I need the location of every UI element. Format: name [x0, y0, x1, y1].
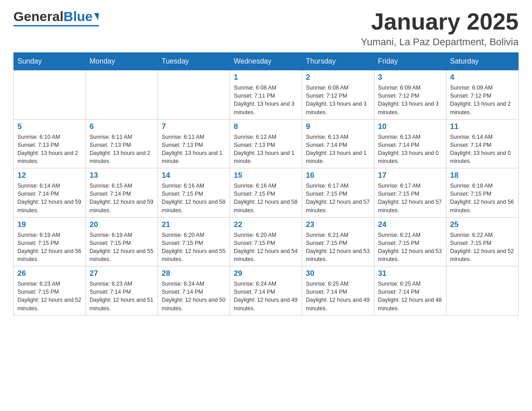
day-info: Sunrise: 6:20 AM Sunset: 7:15 PM Dayligh… [162, 231, 226, 264]
calendar-cell [158, 70, 230, 120]
day-number: 4 [450, 73, 515, 82]
col-header-saturday: Saturday [446, 53, 519, 70]
calendar-cell: 27Sunrise: 6:23 AM Sunset: 7:14 PM Dayli… [86, 266, 158, 316]
col-header-sunday: Sunday [14, 53, 86, 70]
week-row-3: 19Sunrise: 6:19 AM Sunset: 7:15 PM Dayli… [14, 217, 519, 266]
day-number: 30 [306, 269, 370, 278]
day-number: 5 [17, 122, 82, 131]
col-header-wednesday: Wednesday [230, 53, 302, 70]
day-number: 19 [17, 220, 82, 229]
day-number: 6 [90, 122, 154, 131]
calendar-cell [14, 70, 86, 120]
day-info: Sunrise: 6:09 AM Sunset: 7:12 PM Dayligh… [378, 84, 442, 116]
calendar-cell: 28Sunrise: 6:24 AM Sunset: 7:14 PM Dayli… [158, 266, 230, 316]
calendar-cell: 22Sunrise: 6:20 AM Sunset: 7:15 PM Dayli… [230, 217, 302, 266]
week-row-0: 1Sunrise: 6:08 AM Sunset: 7:11 PM Daylig… [14, 70, 519, 120]
day-info: Sunrise: 6:17 AM Sunset: 7:15 PM Dayligh… [378, 182, 442, 214]
day-info: Sunrise: 6:24 AM Sunset: 7:14 PM Dayligh… [162, 280, 226, 313]
calendar-cell: 23Sunrise: 6:21 AM Sunset: 7:15 PM Dayli… [302, 217, 374, 266]
calendar-cell: 5Sunrise: 6:10 AM Sunset: 7:13 PM Daylig… [14, 119, 86, 168]
day-number: 18 [450, 171, 515, 180]
calendar-cell: 15Sunrise: 6:16 AM Sunset: 7:15 PM Dayli… [230, 168, 302, 218]
day-info: Sunrise: 6:08 AM Sunset: 7:12 PM Dayligh… [306, 84, 370, 116]
day-info: Sunrise: 6:19 AM Sunset: 7:15 PM Dayligh… [90, 231, 154, 264]
calendar-cell: 25Sunrise: 6:22 AM Sunset: 7:15 PM Dayli… [446, 217, 519, 266]
calendar-header: SundayMondayTuesdayWednesdayThursdayFrid… [14, 53, 519, 70]
day-info: Sunrise: 6:15 AM Sunset: 7:14 PM Dayligh… [90, 182, 154, 214]
day-info: Sunrise: 6:11 AM Sunset: 7:13 PM Dayligh… [162, 133, 226, 166]
day-number: 12 [17, 171, 82, 180]
location-title: Yumani, La Paz Department, Bolivia [361, 36, 519, 48]
week-row-4: 26Sunrise: 6:23 AM Sunset: 7:15 PM Dayli… [14, 266, 519, 316]
title-area: January 2025 Yumani, La Paz Department, … [361, 9, 519, 48]
day-number: 24 [378, 220, 442, 229]
day-info: Sunrise: 6:22 AM Sunset: 7:15 PM Dayligh… [450, 231, 515, 264]
day-info: Sunrise: 6:08 AM Sunset: 7:11 PM Dayligh… [234, 84, 298, 116]
calendar-cell: 6Sunrise: 6:11 AM Sunset: 7:13 PM Daylig… [86, 119, 158, 168]
day-info: Sunrise: 6:14 AM Sunset: 7:14 PM Dayligh… [450, 133, 515, 166]
day-info: Sunrise: 6:21 AM Sunset: 7:15 PM Dayligh… [306, 231, 370, 264]
day-number: 25 [450, 220, 515, 229]
calendar-cell: 4Sunrise: 6:09 AM Sunset: 7:12 PM Daylig… [446, 70, 519, 120]
calendar-cell: 24Sunrise: 6:21 AM Sunset: 7:15 PM Dayli… [374, 217, 446, 266]
day-number: 2 [306, 73, 370, 82]
col-header-tuesday: Tuesday [158, 53, 230, 70]
calendar-cell: 14Sunrise: 6:16 AM Sunset: 7:15 PM Dayli… [158, 168, 230, 218]
calendar: SundayMondayTuesdayWednesdayThursdayFrid… [13, 52, 519, 316]
day-info: Sunrise: 6:17 AM Sunset: 7:15 PM Dayligh… [306, 182, 370, 214]
calendar-cell: 31Sunrise: 6:25 AM Sunset: 7:14 PM Dayli… [374, 266, 446, 316]
calendar-body: 1Sunrise: 6:08 AM Sunset: 7:11 PM Daylig… [14, 70, 519, 316]
logo-underline [13, 25, 99, 26]
calendar-cell: 2Sunrise: 6:08 AM Sunset: 7:12 PM Daylig… [302, 70, 374, 120]
day-number: 17 [378, 171, 442, 180]
calendar-cell: 10Sunrise: 6:13 AM Sunset: 7:14 PM Dayli… [374, 119, 446, 168]
day-number: 14 [162, 171, 226, 180]
day-number: 28 [162, 269, 226, 278]
day-number: 9 [306, 122, 370, 131]
logo-general: General [13, 9, 64, 24]
calendar-cell: 30Sunrise: 6:25 AM Sunset: 7:14 PM Dayli… [302, 266, 374, 316]
calendar-cell: 8Sunrise: 6:12 AM Sunset: 7:13 PM Daylig… [230, 119, 302, 168]
logo: GeneralBlue [13, 9, 99, 26]
col-header-monday: Monday [86, 53, 158, 70]
day-number: 10 [378, 122, 442, 131]
day-info: Sunrise: 6:10 AM Sunset: 7:13 PM Dayligh… [17, 133, 82, 166]
logo-blue-text: Blue [64, 9, 93, 24]
day-number: 27 [90, 269, 154, 278]
header: GeneralBlue January 2025 Yumani, La Paz … [13, 9, 519, 48]
calendar-cell: 16Sunrise: 6:17 AM Sunset: 7:15 PM Dayli… [302, 168, 374, 218]
calendar-cell: 19Sunrise: 6:19 AM Sunset: 7:15 PM Dayli… [14, 217, 86, 266]
day-number: 7 [162, 122, 226, 131]
calendar-cell: 29Sunrise: 6:24 AM Sunset: 7:14 PM Dayli… [230, 266, 302, 316]
day-info: Sunrise: 6:11 AM Sunset: 7:13 PM Dayligh… [90, 133, 154, 166]
day-number: 23 [306, 220, 370, 229]
day-info: Sunrise: 6:23 AM Sunset: 7:15 PM Dayligh… [17, 280, 82, 313]
day-number: 26 [17, 269, 82, 278]
day-info: Sunrise: 6:19 AM Sunset: 7:15 PM Dayligh… [17, 231, 82, 264]
calendar-cell [446, 266, 519, 316]
day-number: 8 [234, 122, 298, 131]
day-info: Sunrise: 6:20 AM Sunset: 7:15 PM Dayligh… [234, 231, 298, 264]
week-row-2: 12Sunrise: 6:14 AM Sunset: 7:14 PM Dayli… [14, 168, 519, 218]
day-info: Sunrise: 6:25 AM Sunset: 7:14 PM Dayligh… [378, 280, 442, 313]
day-info: Sunrise: 6:25 AM Sunset: 7:14 PM Dayligh… [306, 280, 370, 313]
week-row-1: 5Sunrise: 6:10 AM Sunset: 7:13 PM Daylig… [14, 119, 519, 168]
calendar-cell: 7Sunrise: 6:11 AM Sunset: 7:13 PM Daylig… [158, 119, 230, 168]
calendar-cell: 13Sunrise: 6:15 AM Sunset: 7:14 PM Dayli… [86, 168, 158, 218]
calendar-cell: 9Sunrise: 6:13 AM Sunset: 7:14 PM Daylig… [302, 119, 374, 168]
day-info: Sunrise: 6:16 AM Sunset: 7:15 PM Dayligh… [162, 182, 226, 214]
calendar-cell: 1Sunrise: 6:08 AM Sunset: 7:11 PM Daylig… [230, 70, 302, 120]
day-info: Sunrise: 6:13 AM Sunset: 7:14 PM Dayligh… [306, 133, 370, 166]
header-row: SundayMondayTuesdayWednesdayThursdayFrid… [14, 53, 519, 70]
calendar-cell: 11Sunrise: 6:14 AM Sunset: 7:14 PM Dayli… [446, 119, 519, 168]
day-number: 13 [90, 171, 154, 180]
day-number: 22 [234, 220, 298, 229]
day-info: Sunrise: 6:14 AM Sunset: 7:14 PM Dayligh… [17, 182, 82, 214]
day-number: 31 [378, 269, 442, 278]
calendar-cell: 26Sunrise: 6:23 AM Sunset: 7:15 PM Dayli… [14, 266, 86, 316]
day-number: 11 [450, 122, 515, 131]
calendar-cell: 20Sunrise: 6:19 AM Sunset: 7:15 PM Dayli… [86, 217, 158, 266]
col-header-friday: Friday [374, 53, 446, 70]
calendar-cell: 12Sunrise: 6:14 AM Sunset: 7:14 PM Dayli… [14, 168, 86, 218]
day-number: 1 [234, 73, 298, 82]
